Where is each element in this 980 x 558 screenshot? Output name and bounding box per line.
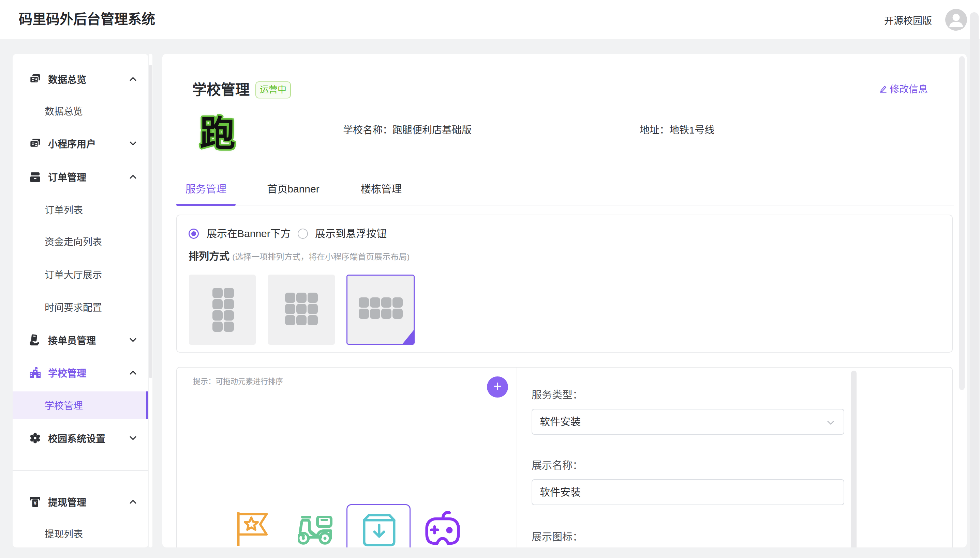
svg-text:¥: ¥ — [34, 500, 37, 506]
